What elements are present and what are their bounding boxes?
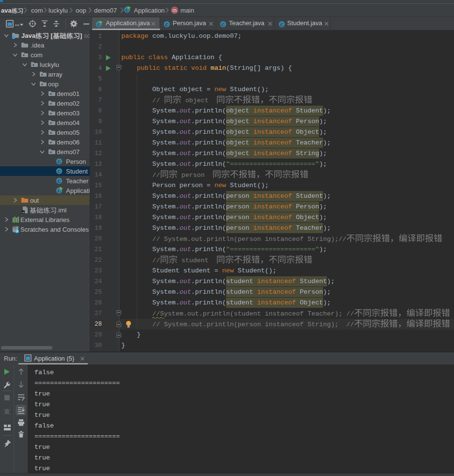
svg-text:m: m xyxy=(173,8,177,13)
svg-text:C: C xyxy=(58,169,61,174)
svg-text:C: C xyxy=(58,178,61,184)
svg-text:C: C xyxy=(280,22,284,27)
svg-text:C: C xyxy=(165,22,169,27)
svg-text:C: C xyxy=(222,22,225,27)
svg-text:C: C xyxy=(58,159,61,164)
